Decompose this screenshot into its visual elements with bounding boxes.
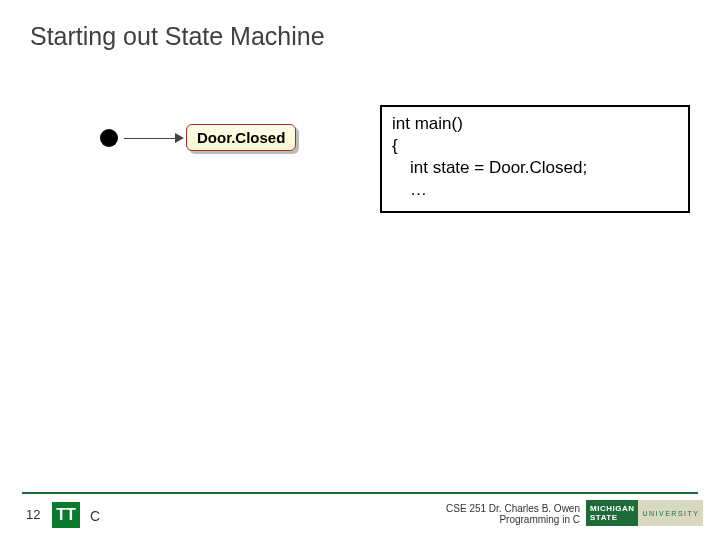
code-line: int state = Door.Closed; (392, 157, 678, 179)
code-line: int main() (392, 113, 678, 135)
tt-badge: TT (52, 502, 80, 528)
language-label: C (90, 508, 100, 524)
slide-title: Starting out State Machine (30, 22, 325, 51)
msu-logo-right: UNIVERSITY (638, 500, 703, 526)
credit-line: Programming in C (446, 514, 580, 525)
footer-divider (22, 492, 698, 494)
state-diagram: Door.Closed (100, 124, 296, 151)
initial-state-dot (100, 129, 118, 147)
code-snippet: int main() { int state = Door.Closed; … (380, 105, 690, 213)
credit-line: CSE 251 Dr. Charles B. Owen (446, 503, 580, 514)
state-label: Door.Closed (186, 124, 296, 151)
code-line: … (392, 179, 678, 201)
code-line: { (392, 135, 678, 157)
state-node: Door.Closed (186, 124, 296, 151)
course-credit: CSE 251 Dr. Charles B. Owen Programming … (446, 503, 580, 525)
msu-logo: MICHIGAN STATE UNIVERSITY (586, 500, 698, 526)
msu-logo-left: MICHIGAN STATE (586, 500, 638, 526)
slide-number: 12 (26, 507, 40, 522)
transition-arrow (124, 137, 184, 139)
